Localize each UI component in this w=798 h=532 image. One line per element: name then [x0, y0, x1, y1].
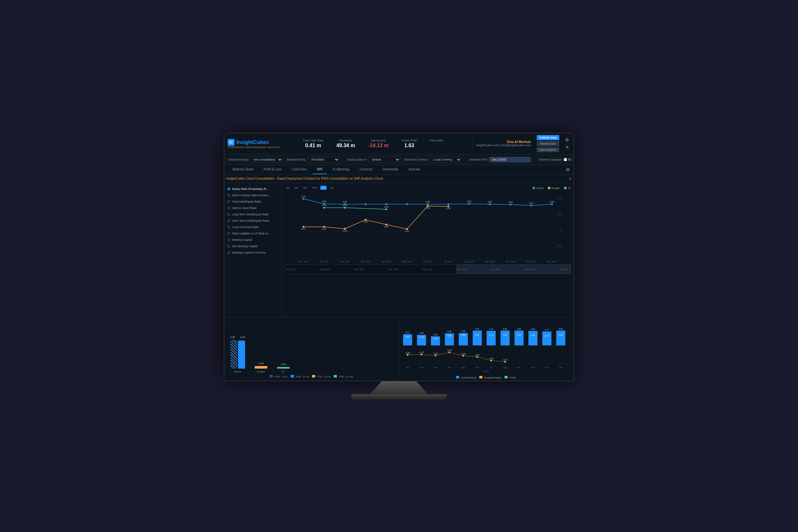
svg-text:0.5: 0.5: [558, 212, 562, 215]
svg-text:May, 2021: May, 2021: [402, 261, 412, 263]
svg-point-25: [509, 204, 512, 206]
revert-button[interactable]: Revert Data: [537, 141, 559, 146]
check-e2[interactable]: E2: [574, 158, 574, 161]
svg-text:0.21: 0.21: [384, 226, 389, 228]
svg-text:Dec, 2020: Dec, 2020: [298, 261, 309, 263]
display-select[interactable]: Default: [368, 157, 400, 163]
tab-balance-sheet[interactable]: Balance Sheet: [228, 165, 258, 174]
currency-select[interactable]: Local Currency: [430, 157, 462, 163]
legend-actual-actual: Actual/Actual: [456, 375, 476, 379]
filter-bar: Selected Scope Not consolidated Selected…: [224, 154, 574, 165]
time-btn-all[interactable]: All: [329, 186, 335, 190]
svg-text:0.62: 0.62: [406, 331, 410, 334]
ytd-bar-chart: 0.95 0.93 Actual: [227, 320, 396, 378]
banner-toggle[interactable]: ∨: [569, 176, 572, 181]
mini-scrollbar[interactable]: Jan, 2019 May, 2019 Sep, 2019 Jan, 2020 …: [284, 264, 571, 274]
sidebar-item-asset-turnover[interactable]: Asset Turnover Ratio: [224, 224, 281, 230]
grid-view-icon[interactable]: ⊞: [566, 167, 570, 172]
radio-dot: [227, 207, 230, 209]
time-input[interactable]: [489, 157, 531, 162]
bar-cyb: [255, 366, 267, 368]
sidebar-item-net-working[interactable]: Net Working Capital: [224, 243, 281, 249]
tab-currency[interactable]: Currency: [355, 165, 377, 174]
tab-profit-loss[interactable]: Profit & Loss: [259, 165, 286, 174]
main-content: Equity Ratio (Proprietary R... Debt to E…: [224, 183, 574, 317]
sidebar-item-long-term[interactable]: Long Term Debt/Equity Ratio: [224, 211, 281, 217]
svg-text:0.66: 0.66: [447, 330, 451, 332]
radio-dot: [227, 232, 230, 235]
svg-rect-90: [501, 330, 510, 345]
bar-label-e1: E1: [282, 370, 285, 373]
action-buttons: Publish Data Revert Data Data Explorer: [537, 135, 559, 152]
legend-cyb: YTD - CY B: [312, 374, 331, 378]
close-icon-top[interactable]: ✕: [564, 144, 571, 150]
svg-text:0.85: 0.85: [342, 201, 347, 203]
settings-icon-top[interactable]: ⚙: [564, 137, 571, 143]
tab-kpi[interactable]: KPI: [313, 165, 327, 174]
time-btn-ytd[interactable]: YTD: [310, 186, 318, 190]
svg-text:-0.5: -0.5: [557, 244, 561, 247]
nav-tabs: Balance Sheet Profit & Loss Cash Flow KP…: [224, 165, 574, 175]
svg-text:1.01: 1.01: [301, 195, 305, 197]
svg-text:0.59: 0.59: [420, 336, 424, 338]
tab-cash-flow[interactable]: Cash Flow: [287, 165, 311, 174]
legend-e1: E1: [564, 187, 571, 190]
sidebar-item-total-debt[interactable]: Total Debt/Equity Ratio: [224, 198, 281, 205]
sidebar-item-equity-ratio[interactable]: Equity Ratio (Proprietary R...: [224, 186, 281, 192]
explorer-button[interactable]: Data Explorer: [537, 147, 559, 152]
legend-e1-e1: E1/E1: [504, 375, 517, 379]
svg-text:May: May: [462, 366, 466, 368]
svg-text:0.74: 0.74: [342, 204, 347, 206]
scope-select[interactable]: Not consolidated: [250, 157, 283, 163]
svg-text:0.79: 0.79: [489, 334, 493, 336]
tab-journals[interactable]: Journals: [404, 165, 425, 174]
tab-ic-matching[interactable]: IC Matching: [328, 165, 354, 174]
svg-point-9: [302, 198, 304, 200]
sidebar-item-working-pct[interactable]: Working Capital % of Price: [224, 249, 281, 256]
svg-text:0.59: 0.59: [420, 332, 424, 334]
svg-text:0.79: 0.79: [489, 328, 493, 330]
legend-budget-budget: Budget/Budget: [479, 375, 501, 379]
sidebar-item-working-capital[interactable]: Working Capital: [224, 237, 281, 243]
svg-text:0.80: 0.80: [531, 334, 535, 336]
legend-budget: Budget: [548, 187, 560, 190]
sidebar-item-debt-equity[interactable]: Debt to Equity Ratio (Financ...: [224, 192, 281, 198]
svg-text:0.85: 0.85: [550, 201, 554, 203]
svg-text:0.14: 0.14: [301, 228, 305, 230]
svg-text:0.69: 0.69: [384, 206, 389, 208]
sidebar-item-short-term[interactable]: Short Term Debt/Equity Ratio: [224, 217, 281, 224]
radio-dot: [227, 239, 230, 241]
svg-text:Jan: Jan: [406, 366, 409, 368]
svg-text:-0.67: -0.67: [503, 358, 507, 361]
svg-text:Jul, 2021: Jul, 2021: [444, 261, 453, 263]
time-btn-1y[interactable]: 1Y: [320, 186, 327, 190]
svg-rect-84: [472, 330, 482, 345]
sidebar-item-total-liabilities[interactable]: Total Liabilities % of Total As...: [224, 230, 281, 237]
svg-text:0.82: 0.82: [517, 334, 521, 336]
sidebar-item-debt-asset[interactable]: Debt to Asset Ratio: [224, 205, 281, 211]
logo-icon: IC: [227, 139, 235, 146]
time-btn-6m[interactable]: 6M: [301, 186, 308, 190]
svg-point-23: [489, 203, 491, 205]
main-line-chart: 1.5 0.5 0 -0.5 1.01 0.: [284, 193, 571, 263]
svg-text:0.50: 0.50: [433, 337, 438, 340]
monthly-chart: 0.62 0.62 0.59 0.59 0.50 0.50 0.66: [402, 320, 571, 374]
svg-rect-87: [487, 331, 496, 345]
entity-select[interactable]: All entities: [308, 157, 339, 163]
time-btn-1m[interactable]: 1M: [284, 186, 291, 190]
time-btn-3m[interactable]: 3M: [293, 186, 300, 190]
entity-filter: Selected Entity All entities: [286, 157, 339, 163]
display-filter: Display Data In Default: [347, 157, 400, 163]
check-e3[interactable]: E3: [564, 158, 571, 161]
svg-text:0.82: 0.82: [503, 327, 507, 330]
tab-ownership[interactable]: Ownership: [378, 165, 403, 174]
publish-button[interactable]: Publish Data: [537, 135, 559, 140]
radio-dot: [227, 251, 230, 254]
bottom-left-legend: YTD - LY A YTD - CY A YTD - CY B: [227, 374, 396, 378]
svg-point-21: [468, 203, 470, 205]
svg-point-117: [490, 359, 492, 361]
left-sidebar: Equity Ratio (Proprietary R... Debt to E…: [224, 183, 282, 317]
category-filter: Selected Category E3 E2 E1 Budget Actual: [538, 158, 574, 161]
svg-text:Oct: Oct: [531, 366, 535, 368]
svg-text:0.82: 0.82: [559, 334, 563, 336]
